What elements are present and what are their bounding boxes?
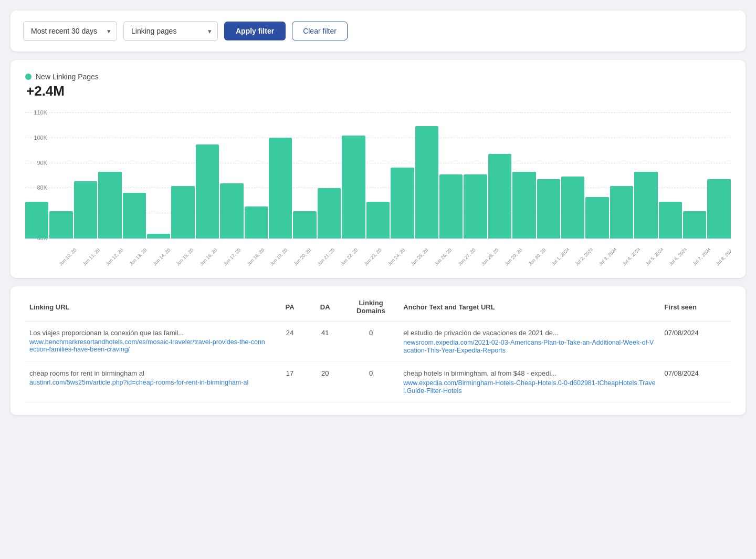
- cell-first-seen: 07/08/2024: [660, 322, 731, 362]
- date-select[interactable]: Most recent 30 days Most recent 7 days M…: [23, 21, 117, 41]
- bar: [49, 211, 72, 239]
- anchor-url-link[interactable]: www.expedia.com/Birmingham-Hotels-Cheap-…: [403, 379, 655, 395]
- bar-group: [220, 112, 243, 239]
- type-select[interactable]: Linking pages Linking domains New linkin…: [123, 21, 218, 41]
- bars-container: [25, 112, 731, 239]
- bar-group: [415, 112, 438, 239]
- col-linking-url: Linking URL: [25, 299, 272, 322]
- chart-card: New Linking Pages +2.4M 60K 70K 80K 90K …: [10, 60, 746, 278]
- bar: [537, 179, 560, 239]
- anchor-text: cheap hotels in birmingham, al from $48 …: [403, 369, 656, 377]
- date-select-wrapper: Most recent 30 days Most recent 7 days M…: [23, 21, 117, 41]
- table-header-row: Linking URL PA DA Linking Domains Anchor…: [25, 299, 731, 322]
- bar: [98, 172, 121, 239]
- bar-group: [634, 112, 657, 239]
- table-card: Linking URL PA DA Linking Domains Anchor…: [10, 286, 746, 415]
- chart-legend: New Linking Pages: [25, 73, 731, 81]
- cell-pa: 24: [272, 322, 307, 362]
- bar-group: [537, 112, 560, 239]
- bar-group: [25, 112, 48, 239]
- bar: [196, 144, 219, 239]
- bar-group: [391, 112, 414, 239]
- bar-group: [98, 112, 121, 239]
- col-pa: PA: [272, 299, 307, 322]
- bar: [464, 174, 487, 239]
- col-anchor-target: Anchor Text and Target URL: [399, 299, 660, 322]
- bar-group: [464, 112, 487, 239]
- bar-group: [707, 112, 730, 239]
- bar: [25, 202, 48, 239]
- type-select-wrapper: Linking pages Linking domains New linkin…: [123, 21, 218, 41]
- filter-bar-card: Most recent 30 days Most recent 7 days M…: [10, 11, 746, 51]
- bar-group: [561, 112, 584, 239]
- bar: [391, 168, 414, 239]
- bar: [293, 211, 316, 239]
- bar: [171, 186, 194, 239]
- bar: [74, 181, 97, 239]
- table-row: cheap rooms for rent in birmingham al au…: [25, 362, 731, 402]
- legend-dot: [25, 74, 32, 80]
- bar-group: [293, 112, 316, 239]
- bar-group: [439, 112, 463, 239]
- row-text: cheap rooms for rent in birmingham al: [29, 369, 268, 377]
- bar: [512, 172, 536, 239]
- bar-group: [512, 112, 536, 239]
- col-linking-domains: Linking Domains: [343, 299, 400, 322]
- bar-group: [171, 112, 194, 239]
- cell-da: 20: [308, 362, 343, 402]
- bar: [245, 206, 268, 239]
- bar: [707, 179, 730, 239]
- clear-filter-button[interactable]: Clear filter: [292, 22, 348, 40]
- cell-linking-domains: 0: [343, 362, 400, 402]
- bar: [415, 126, 438, 239]
- filter-bar: Most recent 30 days Most recent 7 days M…: [23, 21, 733, 41]
- bar-group: [659, 112, 682, 239]
- cell-linking-url: Los viajes proporcionan la conexión que …: [25, 322, 272, 362]
- bar-group: [74, 112, 97, 239]
- bar-group: [585, 112, 608, 239]
- bar-group: [123, 112, 146, 239]
- table-row: Los viajes proporcionan la conexión que …: [25, 322, 731, 362]
- bar: [561, 177, 584, 239]
- bar: [220, 183, 243, 239]
- linking-table: Linking URL PA DA Linking Domains Anchor…: [25, 299, 731, 402]
- bar-group: [245, 112, 268, 239]
- chart-container: 60K 70K 80K 90K 100K 110K: [25, 110, 731, 267]
- apply-filter-button[interactable]: Apply filter: [224, 22, 286, 40]
- bar: [585, 197, 608, 239]
- bar-group: [683, 112, 706, 239]
- bar-group: [318, 112, 341, 239]
- bar: [147, 234, 170, 239]
- anchor-text: el estudio de privación de vacaciones de…: [403, 329, 656, 337]
- bar: [439, 174, 463, 239]
- bar-group: [342, 112, 365, 239]
- cell-anchor-target: el estudio de privación de vacaciones de…: [399, 322, 660, 362]
- bar-group: [610, 112, 633, 239]
- bar: [366, 202, 390, 239]
- cell-anchor-target: cheap hotels in birmingham, al from $48 …: [399, 362, 660, 402]
- cell-first-seen: 07/08/2024: [660, 362, 731, 402]
- linking-url-link[interactable]: www.benchmarkresortandhotels.com/es/mosa…: [29, 338, 268, 353]
- cell-da: 41: [308, 322, 343, 362]
- x-labels: Jun 10, 2024Jun 11, 2024Jun 12, 2024Jun …: [51, 241, 731, 283]
- cell-pa: 17: [272, 362, 307, 402]
- table-body: Los viajes proporcionan la conexión que …: [25, 322, 731, 402]
- row-text: Los viajes proporcionan la conexión que …: [29, 329, 268, 337]
- bar-group: [269, 112, 292, 239]
- bar: [269, 138, 292, 239]
- col-first-seen: First seen: [660, 299, 731, 322]
- cell-linking-domains: 0: [343, 322, 400, 362]
- bar: [488, 154, 511, 239]
- bar: [659, 202, 682, 239]
- col-da: DA: [308, 299, 343, 322]
- anchor-url-link[interactable]: newsroom.expedia.com/2021-02-03-American…: [403, 339, 654, 354]
- bar: [610, 186, 633, 239]
- bar-group: [49, 112, 72, 239]
- bar: [123, 193, 146, 239]
- bar: [318, 188, 341, 239]
- bar: [342, 136, 365, 239]
- legend-label: New Linking Pages: [36, 73, 99, 81]
- linking-url-link[interactable]: austinrl.com/5ws25m/article.php?id=cheap…: [29, 379, 268, 386]
- bar: [683, 211, 706, 239]
- cell-linking-url: cheap rooms for rent in birmingham al au…: [25, 362, 272, 402]
